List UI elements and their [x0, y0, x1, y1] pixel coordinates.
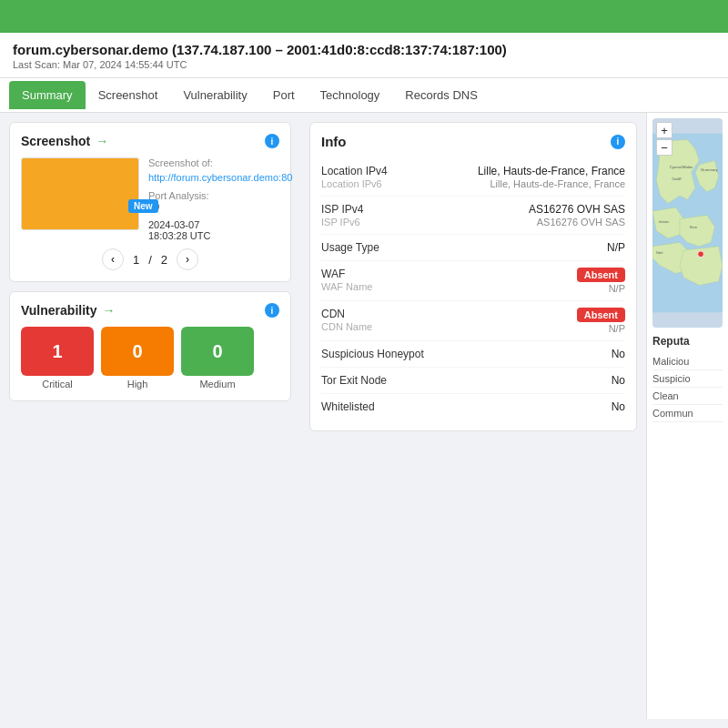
- info-card-title: Info: [321, 134, 347, 149]
- zoom-in-button[interactable]: +: [656, 122, 672, 138]
- cdn-name-value: N/P: [609, 323, 625, 334]
- vuln-critical-label: Critical: [42, 379, 73, 389]
- main-content: Screenshot → i New Screenshot of: http:/…: [0, 113, 728, 719]
- screenshot-thumbnail: [21, 157, 139, 230]
- screenshot-date: 2024-03-07: [148, 219, 292, 230]
- suspicious-honeypot-label: Suspicious Honeypot: [321, 348, 424, 360]
- reputa-malicious: Maliciou: [652, 353, 723, 370]
- tor-value: No: [612, 374, 625, 387]
- info-row-isp: ISP IPv4 ISP IPv6 AS16276 OVH SAS AS1627…: [321, 197, 625, 235]
- reputa-suspicious: Suspicio: [652, 370, 723, 388]
- tab-port[interactable]: Port: [260, 81, 308, 109]
- tor-label: Tor Exit Node: [321, 374, 387, 387]
- reputation-section: Reputa Maliciou Suspicio Clean Commun: [652, 335, 723, 422]
- reputation-title: Reputa: [652, 335, 723, 348]
- page-separator: /: [148, 253, 152, 267]
- screenshot-info-icon[interactable]: i: [265, 134, 279, 148]
- new-badge: New: [128, 199, 158, 213]
- info-row-cdn: CDN CDN Name Absent N/P: [321, 301, 625, 341]
- svg-text:Guernsey: Guernsey: [701, 167, 718, 172]
- vuln-high-count: 0: [101, 327, 174, 376]
- screenshot-row: New Screenshot of: http://forum.cyberson…: [21, 157, 279, 241]
- tab-records-dns[interactable]: Records DNS: [392, 81, 490, 109]
- vuln-critical: 1 Critical: [21, 327, 94, 389]
- map-zoom-controls: + −: [656, 122, 672, 156]
- screenshot-time: 18:03:28 UTC: [148, 230, 292, 241]
- info-row-location: Location IPv4 Location IPv6 Lille, Hauts…: [321, 158, 625, 197]
- tab-screenshot[interactable]: Screenshot: [86, 81, 171, 109]
- location-ipv4-value: Lille, Hauts-de-France, France: [478, 165, 625, 177]
- info-row-tor: Tor Exit Node No: [321, 368, 625, 394]
- page-total: 2: [161, 253, 167, 267]
- right-panel: Cymru/Wales Cardiff Guernsey chester Ren…: [646, 113, 728, 719]
- zoom-out-button[interactable]: −: [656, 139, 672, 156]
- info-row-waf: WAF WAF Name Absent N/P: [321, 261, 625, 301]
- info-card-header: Info i: [321, 134, 625, 149]
- page-title: forum.cybersonar.demo (137.74.187.100 – …: [13, 42, 715, 57]
- usage-type-value: N/P: [607, 241, 625, 254]
- vulnerability-section-header: Vulnerability → i: [21, 303, 279, 318]
- vulnerability-link-icon[interactable]: →: [103, 303, 116, 318]
- tab-bar: Summary Screenshot Vulnerability Port Te…: [0, 78, 728, 113]
- waf-value-badge: Absent: [577, 268, 625, 282]
- screenshot-info: Screenshot of: http://forum.cybersonar.d…: [148, 157, 292, 241]
- info-row-usage: Usage Type N/P: [321, 235, 625, 261]
- pagination-prev-button[interactable]: ‹: [102, 248, 124, 270]
- map-area: Cymru/Wales Cardiff Guernsey chester Ren…: [652, 118, 723, 328]
- usage-type-label: Usage Type: [321, 241, 379, 254]
- screenshot-of-label: Screenshot of:: [148, 157, 292, 168]
- vuln-high-label: High: [127, 379, 148, 389]
- vulnerability-badges: 1 Critical 0 High 0 Medium: [21, 327, 279, 389]
- svg-text:Cardiff: Cardiff: [672, 177, 681, 181]
- port-analysis-label: Port Analysis:: [148, 190, 292, 201]
- port-analysis-value: 80: [148, 201, 292, 212]
- isp-ipv6-value: AS16276 OVH SAS: [537, 217, 625, 228]
- info-card: Info i Location IPv4 Location IPv6 Lille…: [309, 122, 637, 431]
- svg-point-7: [698, 251, 704, 258]
- header: forum.cybersonar.demo (137.74.187.100 – …: [0, 33, 728, 78]
- whitelisted-label: Whitelisted: [321, 400, 375, 413]
- screenshot-section-title: Screenshot: [21, 134, 90, 148]
- location-ipv6-value: Lille, Hauts-de-France, France: [490, 178, 625, 189]
- cdn-value-badge: Absent: [577, 308, 625, 322]
- vuln-medium: 0 Medium: [181, 327, 254, 389]
- cdn-name-label: CDN Name: [321, 321, 372, 332]
- screenshot-pagination: ‹ 1 / 2 ›: [21, 248, 279, 270]
- suspicious-honeypot-value: No: [612, 348, 625, 360]
- waf-name-value: N/P: [609, 283, 625, 294]
- vulnerability-info-icon[interactable]: i: [265, 303, 279, 318]
- page-current: 1: [133, 253, 139, 267]
- vuln-high: 0 High: [101, 327, 174, 389]
- screenshot-link-icon[interactable]: →: [96, 134, 108, 148]
- tab-summary[interactable]: Summary: [9, 81, 86, 109]
- svg-text:chester: chester: [659, 220, 670, 224]
- top-bar: [0, 0, 728, 33]
- pagination-next-button[interactable]: ›: [177, 248, 198, 270]
- screenshot-section: Screenshot → i New Screenshot of: http:/…: [9, 122, 291, 282]
- vulnerability-section-title: Vulnerability: [21, 303, 97, 318]
- vuln-critical-count: 1: [21, 327, 94, 376]
- location-ipv6-label: Location IPv6: [321, 178, 388, 189]
- reputa-community: Commun: [652, 405, 723, 422]
- cdn-label: CDN: [321, 308, 372, 320]
- vuln-medium-label: Medium: [199, 379, 235, 389]
- location-ipv4-label: Location IPv4: [321, 165, 388, 177]
- vulnerability-section: Vulnerability → i 1 Critical 0 High 0 Me…: [9, 291, 291, 401]
- middle-panel: Info i Location IPv4 Location IPv6 Lille…: [300, 113, 646, 719]
- isp-ipv4-label: ISP IPv4: [321, 203, 363, 216]
- tab-technology[interactable]: Technology: [308, 81, 393, 109]
- info-card-info-icon[interactable]: i: [611, 135, 625, 149]
- tab-vulnerability[interactable]: Vulnerability: [170, 81, 259, 109]
- svg-text:Nant: Nant: [656, 251, 662, 255]
- info-row-suspicious-honeypot: Suspicious Honeypot No: [321, 341, 625, 368]
- waf-label: WAF: [321, 268, 372, 280]
- svg-text:Renn: Renn: [690, 226, 697, 229]
- reputa-clean: Clean: [652, 388, 723, 405]
- screenshot-link[interactable]: http://forum.cybersonar.demo:80: [148, 172, 292, 183]
- left-panel: Screenshot → i New Screenshot of: http:/…: [0, 113, 300, 719]
- last-scan-label: Last Scan: Mar 07, 2024 14:55:44 UTC: [13, 59, 715, 70]
- info-row-whitelisted: Whitelisted No: [321, 394, 625, 420]
- vuln-medium-count: 0: [181, 327, 254, 376]
- svg-text:Cymru/Wales: Cymru/Wales: [670, 165, 693, 169]
- isp-ipv6-label: ISP IPv6: [321, 217, 363, 228]
